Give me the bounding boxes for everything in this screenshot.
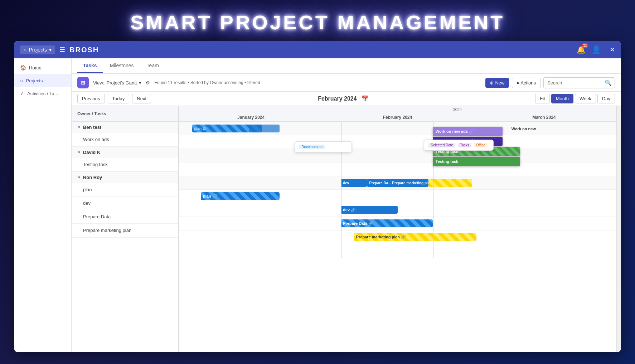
bar-prepare-mkt-label: Prepare marketing plan 🔗 (356, 235, 406, 239)
today-button[interactable]: Today (108, 94, 130, 103)
tooltip-selected: Selected Date Tasks Office (424, 140, 493, 151)
month-mar-label: March 2024 (532, 115, 556, 120)
search-box[interactable]: 🔍 (543, 77, 615, 88)
bar-dev[interactable]: dev 🔗 (341, 206, 398, 214)
bar-ron-group-yellow[interactable] (428, 179, 472, 187)
owner-row-ben[interactable]: ▼ Ben test (72, 122, 178, 133)
gantt-nav: Previous Today Next February 2024 📅 Fit … (72, 92, 621, 106)
gantt-row-testing-task (179, 162, 616, 176)
sidebar-label-home: Home (29, 65, 42, 71)
date-text: February 2024 (318, 96, 357, 102)
owner-name-ben: Ben test (83, 125, 101, 130)
task-row-prepare-data[interactable]: Prepare Data (72, 210, 178, 224)
task-label-prepare-data: Prepare Data (83, 214, 111, 219)
month-button[interactable]: Month (551, 94, 573, 103)
month-feb-label: February 2024 (383, 115, 412, 120)
month-jan: January 2024 (179, 106, 323, 121)
results-info: Found 11 results • Sorted by Owner ascen… (154, 80, 481, 85)
gantt-row-dev: dev 🔗 (179, 203, 616, 217)
tab-team[interactable]: Team (141, 59, 165, 73)
search-input[interactable] (547, 80, 605, 86)
owner-row-ron[interactable]: ▼ Ron Roy (72, 172, 178, 183)
tooltip-selected-label: Selected Date (428, 143, 455, 147)
tooltip-development: Development (295, 141, 352, 152)
prev-button[interactable]: Previous (77, 94, 105, 103)
content-area: 🏠 Home ○ Projects ✓ Activities / Ta... T… (14, 58, 621, 352)
projects-menu[interactable]: ○ Projects ▾ (20, 45, 55, 54)
view-label: View: (93, 80, 105, 86)
bar-prepare-data-label: Prepare Data 🔗 (343, 221, 373, 226)
right-scrollbar[interactable] (616, 106, 621, 352)
week-button[interactable]: Week (575, 94, 596, 103)
tooltip-tasks-label: Tasks (458, 143, 471, 147)
new-label: New (495, 80, 504, 86)
owner-group-david: ▼ David K Testing task (72, 147, 178, 172)
close-button[interactable]: ✕ (610, 46, 615, 54)
gantt-row-ben-group: plan ⊙ (179, 122, 616, 135)
tab-tasks[interactable]: Tasks (77, 59, 103, 73)
owner-group-ron: ▼ Ron Roy plan dev Prepare Data (72, 172, 178, 238)
calendar-icon: 📅 (361, 96, 368, 102)
toolbar-right: ⊕ New ● Actions 🔍 (485, 77, 615, 88)
notification-badge: 11 (582, 43, 588, 48)
activities-icon: ✓ (20, 91, 24, 96)
task-row-prepare-mkt[interactable]: Prepare marketing plan (72, 224, 178, 237)
top-bar-left: ○ Projects ▾ ☰ BROSH (20, 45, 99, 54)
view-selector[interactable]: View: Project's Gantt ▾ (93, 80, 141, 86)
actions-label: Actions (520, 80, 536, 86)
day-button[interactable]: Day (597, 94, 615, 103)
projects-chevron-icon: ▾ (49, 47, 52, 53)
brand-name: BROSH (69, 46, 99, 54)
year-label: 2024 (450, 107, 465, 112)
bar-ron-group-dev[interactable]: dev (341, 179, 367, 187)
actions-button[interactable]: ● Actions (512, 78, 541, 88)
tabs-bar: Tasks Milestones Team (72, 58, 621, 74)
owner-row-david[interactable]: ▼ David K (72, 147, 178, 158)
new-button[interactable]: ⊕ New (485, 78, 509, 88)
bar-prepare-label-group: Prepare Da... Prepare marketing plan 🔗 (369, 181, 428, 185)
bar-blue-section[interactable] (249, 125, 280, 132)
bar-prepare-data[interactable]: Prepare Data 🔗 (341, 219, 433, 227)
notification-button[interactable]: 🔔 11 (577, 45, 586, 54)
bar-ron-group-prepare[interactable]: Prepare Da... Prepare marketing plan 🔗 (367, 179, 428, 187)
bar-prepare-mkt[interactable]: Prepare marketing plan 🔗 (354, 233, 476, 241)
task-label-plan: plan (83, 187, 92, 192)
popup-bar-green-2[interactable]: Testing task (433, 157, 520, 166)
tab-milestones[interactable]: Milestones (104, 59, 140, 73)
main-window: ○ Projects ▾ ☰ BROSH 🔔 11 👤 ✕ 🏠 Home ○ (14, 41, 621, 352)
gantt-row-david-group (179, 149, 616, 162)
gantt-chart: 2024 January 2024 February 2024 March 20… (179, 106, 616, 352)
gantt-row-plan: plan 🔗 (179, 190, 616, 203)
task-row-plan[interactable]: plan (72, 183, 178, 196)
gantt-row-prepare-data: Prepare Data 🔗 (179, 217, 616, 230)
next-button[interactable]: Next (132, 94, 151, 103)
toolbar: ⊞ View: Project's Gantt ▾ ⚙ Found 11 res… (72, 74, 621, 92)
task-row-dev[interactable]: dev (72, 196, 178, 210)
sidebar-item-projects[interactable]: ○ Projects (14, 74, 71, 87)
popup-bar-purple-1[interactable]: Work on new ads 🔗 (433, 127, 503, 136)
gantt-row-work-on-ads (179, 135, 616, 149)
fit-button[interactable]: Fit (535, 94, 549, 103)
projects-circle-icon: ○ (24, 47, 26, 53)
bar-label-plan: plan ⊙ (194, 127, 205, 131)
user-avatar-icon[interactable]: 👤 (591, 45, 601, 54)
tooltip-dev-label: Development (299, 145, 325, 149)
view-buttons: Fit Month Week Day (535, 94, 615, 103)
month-jan-label: January 2024 (237, 115, 265, 120)
bar-plan[interactable]: plan 🔗 (201, 192, 280, 200)
projects-icon: ○ (20, 78, 23, 83)
task-row-testing-task[interactable]: Testing task (72, 158, 178, 171)
sidebar-item-home[interactable]: 🏠 Home (14, 61, 71, 74)
gantt-month-header: 2024 January 2024 February 2024 March 20… (179, 106, 616, 122)
projects-label: Projects (29, 47, 47, 53)
task-label-dev: dev (83, 200, 91, 206)
task-label-work-on-ads: Work on ads (83, 137, 109, 142)
circle-icon: ● (517, 80, 519, 86)
task-row-work-on-ads[interactable]: Work on ads (72, 133, 178, 146)
sidebar-item-activities[interactable]: ✓ Activities / Ta... (14, 87, 71, 100)
settings-button[interactable]: ⚙ (146, 80, 150, 86)
view-chevron-icon: ▾ (139, 80, 141, 86)
popup-label-1: Work on new ads 🔗 (436, 129, 474, 134)
menu-icon[interactable]: ☰ (59, 46, 65, 54)
popup-label-4: Testing task (436, 159, 458, 164)
